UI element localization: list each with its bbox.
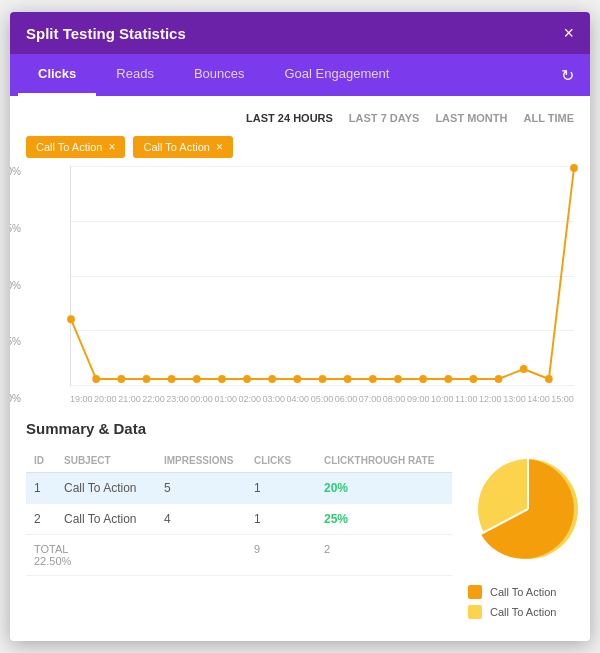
svg-point-3 — [143, 375, 151, 383]
x-label-0400: 04:00 — [287, 394, 310, 404]
y-label-75: 75% — [10, 223, 21, 234]
total-ctr: 22.50% — [34, 555, 164, 567]
filter-last-month[interactable]: LAST MONTH — [435, 112, 507, 124]
svg-point-2 — [117, 375, 125, 383]
svg-point-19 — [545, 375, 553, 383]
svg-point-6 — [218, 375, 226, 383]
total-impressions: 9 — [254, 543, 324, 555]
total-label: TOTAL — [34, 543, 254, 555]
y-label-100: 100% — [10, 166, 21, 177]
x-label-1300: 13:00 — [503, 394, 526, 404]
filter-tag-1: Call To Action × — [26, 136, 125, 158]
x-label-0200: 02:00 — [238, 394, 261, 404]
total-clicks: 2 — [324, 543, 444, 555]
x-axis-labels: 19:00 20:00 21:00 22:00 23:00 00:00 01:0… — [70, 394, 574, 404]
tab-goal-engagement[interactable]: Goal Engagement — [264, 54, 409, 96]
chart-wrapper: 100% 75% 50% 25% 0% — [26, 166, 574, 404]
tab-reads[interactable]: Reads — [96, 54, 174, 96]
svg-point-0 — [67, 315, 75, 323]
x-label-1000: 10:00 — [431, 394, 454, 404]
svg-point-11 — [344, 375, 352, 383]
svg-point-18 — [520, 365, 528, 373]
legend-color-1 — [468, 585, 482, 599]
modal-container: Split Testing Statistics × Clicks Reads … — [10, 12, 590, 641]
filter-tag-2: Call To Action × — [133, 136, 232, 158]
x-label-0300: 03:00 — [263, 394, 286, 404]
col-header-impressions: IMPRESSIONS — [164, 455, 254, 466]
close-button[interactable]: × — [563, 24, 574, 42]
legend-item-1: Call To Action — [468, 585, 588, 599]
summary-title: Summary & Data — [26, 420, 574, 437]
table-row: 2 Call To Action 4 1 25% — [26, 504, 452, 535]
filter-tag-1-remove[interactable]: × — [108, 140, 115, 154]
filter-tags-bar: Call To Action × Call To Action × — [26, 136, 574, 158]
row2-ctr: 25% — [324, 512, 444, 526]
x-label-0000: 00:00 — [190, 394, 213, 404]
svg-point-1 — [92, 375, 100, 383]
x-label-1200: 12:00 — [479, 394, 502, 404]
tab-clicks[interactable]: Clicks — [18, 54, 96, 96]
row1-impressions: 5 — [164, 481, 254, 495]
filter-tag-1-label: Call To Action — [36, 141, 102, 153]
y-label-0: 0% — [10, 393, 21, 404]
table-row-total: TOTAL 9 2 22.50% — [26, 535, 452, 576]
x-label-0500: 05:00 — [311, 394, 334, 404]
x-label-0600: 06:00 — [335, 394, 358, 404]
svg-point-8 — [268, 375, 276, 383]
legend-label-1: Call To Action — [490, 586, 556, 598]
row1-clicks: 1 — [254, 481, 324, 495]
line-chart-svg — [71, 166, 574, 385]
x-label-2200: 22:00 — [142, 394, 165, 404]
legend-label-2: Call To Action — [490, 606, 556, 618]
filter-tag-2-remove[interactable]: × — [216, 140, 223, 154]
row1-subject: Call To Action — [64, 481, 164, 495]
data-table: ID SUBJECT IMPRESSIONS CLICKS CLICKTHROU… — [26, 449, 452, 625]
col-header-id: ID — [34, 455, 64, 466]
chart-area — [70, 166, 574, 386]
col-header-subject: SUBJECT — [64, 455, 164, 466]
filter-all-time[interactable]: ALL TIME — [523, 112, 574, 124]
x-label-1100: 11:00 — [455, 394, 478, 404]
x-label-0800: 08:00 — [383, 394, 406, 404]
svg-point-16 — [470, 375, 478, 383]
x-label-2100: 21:00 — [118, 394, 141, 404]
pie-chart-svg — [468, 449, 588, 569]
col-header-clicks: CLICKS — [254, 455, 324, 466]
x-label-1400: 14:00 — [527, 394, 550, 404]
summary-layout: ID SUBJECT IMPRESSIONS CLICKS CLICKTHROU… — [26, 449, 574, 625]
filter-last7d[interactable]: LAST 7 DAYS — [349, 112, 420, 124]
svg-point-12 — [369, 375, 377, 383]
col-header-ctr: CLICKTHROUGH RATE — [324, 455, 444, 466]
tabs-bar: Clicks Reads Bounces Goal Engagement ↻ — [10, 54, 590, 96]
filter-last24h[interactable]: LAST 24 HOURS — [246, 112, 333, 124]
y-axis: 100% 75% 50% 25% 0% — [10, 166, 21, 404]
tab-bounces[interactable]: Bounces — [174, 54, 265, 96]
time-filter-bar: LAST 24 HOURS LAST 7 DAYS LAST MONTH ALL… — [26, 112, 574, 124]
row1-id: 1 — [34, 481, 64, 495]
modal-title: Split Testing Statistics — [26, 25, 186, 42]
y-label-50: 50% — [10, 280, 21, 291]
svg-point-13 — [394, 375, 402, 383]
refresh-button[interactable]: ↻ — [553, 58, 582, 93]
row2-id: 2 — [34, 512, 64, 526]
table-row: 1 Call To Action 5 1 20% — [26, 473, 452, 504]
x-label-1900: 19:00 — [70, 394, 93, 404]
row1-ctr: 20% — [324, 481, 444, 495]
x-label-2300: 23:00 — [166, 394, 189, 404]
svg-point-15 — [444, 375, 452, 383]
row2-subject: Call To Action — [64, 512, 164, 526]
pie-legend: Call To Action Call To Action — [468, 585, 588, 625]
row2-clicks: 1 — [254, 512, 324, 526]
x-label-2000: 20:00 — [94, 394, 117, 404]
row2-impressions: 4 — [164, 512, 254, 526]
x-label-0900: 09:00 — [407, 394, 430, 404]
svg-point-5 — [193, 375, 201, 383]
x-label-1500: 15:00 — [551, 394, 574, 404]
legend-color-2 — [468, 605, 482, 619]
svg-point-7 — [243, 375, 251, 383]
pie-section: Call To Action Call To Action — [468, 449, 588, 625]
svg-point-10 — [319, 375, 327, 383]
legend-item-2: Call To Action — [468, 605, 588, 619]
svg-point-14 — [419, 375, 427, 383]
summary-section: Summary & Data ID SUBJECT IMPRESSIONS CL… — [26, 420, 574, 625]
